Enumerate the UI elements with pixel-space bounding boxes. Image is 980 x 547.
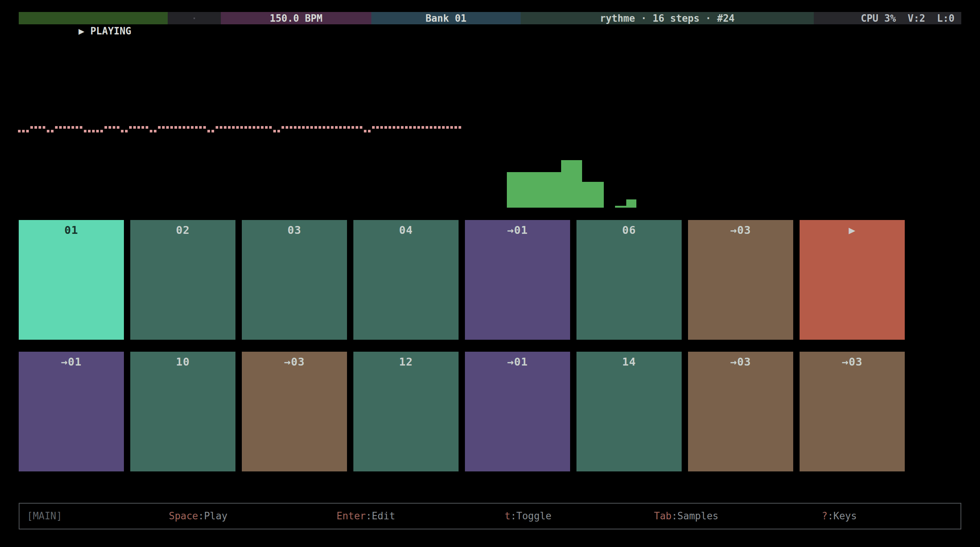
hint-play: Space:Play <box>169 504 228 528</box>
waveform-dot <box>72 126 74 129</box>
waveform-dot <box>343 126 346 129</box>
waveform-dot <box>35 126 37 129</box>
pad-r1-2[interactable]: 02 <box>130 220 235 340</box>
waveform-dot <box>216 126 218 129</box>
waveform-dot <box>108 126 111 129</box>
waveform-dot <box>183 126 185 129</box>
waveform-dot <box>175 126 177 129</box>
waveform-dot <box>51 130 54 132</box>
waveform-dot <box>265 126 268 129</box>
pad-label: →01 <box>61 355 82 368</box>
waveform-dot <box>166 126 169 129</box>
pad-r1-8[interactable]: ▶ <box>800 220 905 340</box>
waveform-dot <box>187 126 189 129</box>
waveform-dot <box>63 126 66 129</box>
pad-r1-7[interactable]: →03 <box>688 220 793 340</box>
pad-r2-4[interactable]: 12 <box>353 352 458 471</box>
waveform-dot <box>409 126 412 129</box>
waveform-dot <box>47 130 49 132</box>
waveform-dot <box>158 126 161 129</box>
pad-r2-3[interactable]: →03 <box>242 352 347 471</box>
pad-label: 01 <box>64 224 78 236</box>
meter-bar <box>582 182 604 208</box>
pad-r2-7[interactable]: →03 <box>688 352 793 471</box>
waveform-dot <box>248 126 251 129</box>
waveform-dot <box>360 126 362 129</box>
waveform-dot <box>207 130 210 132</box>
waveform-dot <box>318 126 321 129</box>
transport-label: PLAYING <box>84 25 131 36</box>
waveform-dot <box>236 126 239 129</box>
waveform-dot <box>84 130 86 132</box>
pad-label: ▶ <box>849 224 855 236</box>
waveform-dot <box>335 126 338 129</box>
waveform-dot <box>422 126 424 129</box>
waveform-dot <box>137 126 140 129</box>
waveform-dot <box>310 126 313 129</box>
waveform-dot <box>125 130 128 132</box>
waveform-dot <box>150 130 152 132</box>
topbar-spacer <box>168 12 221 24</box>
waveform-dot <box>55 126 58 129</box>
waveform-dot <box>212 130 214 132</box>
waveform-dot <box>327 126 329 129</box>
mode-indicator: [MAIN] <box>27 504 62 528</box>
waveform-dot <box>224 126 226 129</box>
play-icon: ▶ <box>79 25 84 36</box>
waveform-dot <box>282 126 284 129</box>
waveform-dot <box>121 130 124 132</box>
pad-r1-3[interactable]: 03 <box>242 220 347 340</box>
tick-indicator-dot <box>194 17 195 19</box>
pad-label: →03 <box>730 224 751 236</box>
waveform-dot <box>385 126 387 129</box>
waveform-dot <box>22 130 25 132</box>
pattern-info-display: rythme · 16 steps · #24 <box>521 12 814 24</box>
waveform-dot <box>117 126 119 129</box>
waveform-dot <box>228 126 231 129</box>
pad-r2-5[interactable]: →01 <box>465 352 570 471</box>
pad-r2-8[interactable]: →03 <box>800 352 905 471</box>
waveform-dot <box>59 126 62 129</box>
pad-label: 14 <box>622 355 636 368</box>
pad-r1-4[interactable]: 04 <box>353 220 458 340</box>
waveform-dot <box>438 126 441 129</box>
transport-status: ▶ PLAYING <box>19 12 168 24</box>
pad-r2-6[interactable]: 14 <box>576 352 682 471</box>
meter-bar <box>507 172 561 208</box>
waveform-dot <box>388 126 391 129</box>
waveform-dot <box>455 126 457 129</box>
waveform-dot <box>306 126 309 129</box>
waveform-dot <box>88 130 91 132</box>
waveform-dot <box>442 126 445 129</box>
waveform-dot <box>26 130 29 132</box>
hint-toggle: t:Toggle <box>504 504 551 528</box>
waveform-dot <box>347 126 350 129</box>
pad-label: 10 <box>176 355 190 368</box>
waveform-dot <box>413 126 416 129</box>
pad-r1-1[interactable]: 01 <box>19 220 124 340</box>
hint-samples: Tab:Samples <box>654 504 718 528</box>
pad-r1-5[interactable]: →01 <box>465 220 570 340</box>
waveform-dot <box>76 126 78 129</box>
pad-row-2: →0110→0312→0114→03→03 <box>19 352 905 471</box>
waveform-dot <box>113 126 115 129</box>
pad-label: 06 <box>622 224 636 236</box>
waveform-dot <box>405 126 408 129</box>
waveform-dot <box>458 126 461 129</box>
waveform-dot <box>323 126 325 129</box>
waveform-dot <box>315 126 317 129</box>
waveform-dot <box>368 130 371 132</box>
pad-label: 12 <box>399 355 413 368</box>
waveform-dot <box>372 126 375 129</box>
pad-label: 03 <box>288 224 301 236</box>
pad-r2-2[interactable]: 10 <box>130 352 235 471</box>
waveform-dot <box>397 126 399 129</box>
waveform-dot <box>92 130 95 132</box>
pad-label: 02 <box>176 224 190 236</box>
pad-r2-1[interactable]: →01 <box>19 352 124 471</box>
waveform-dot <box>331 126 334 129</box>
waveform-dot <box>294 126 296 129</box>
waveform-dot <box>203 126 206 129</box>
pad-r1-6[interactable]: 06 <box>576 220 682 340</box>
top-status-bar: ▶ PLAYING 150.0 BPM Bank 01 rythme · 16 … <box>19 12 961 24</box>
